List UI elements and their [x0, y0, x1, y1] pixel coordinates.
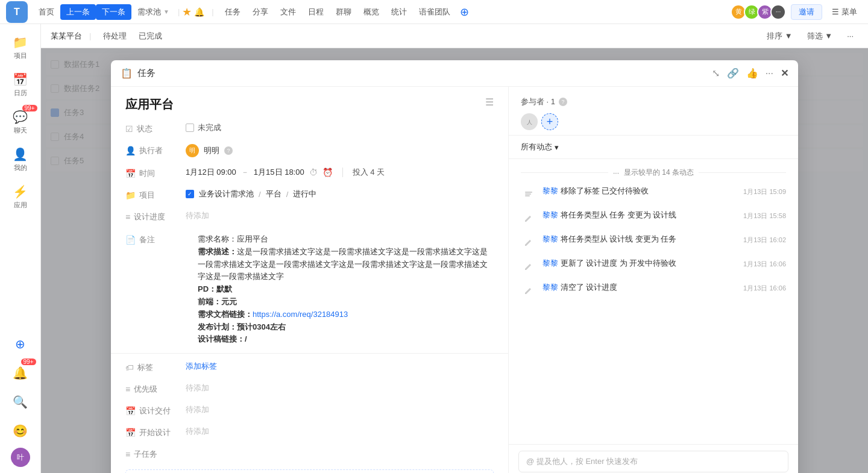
more-button[interactable]: ··· — [842, 29, 858, 43]
value-design-start[interactable]: 待添加 — [186, 426, 494, 437]
doc-link[interactable]: https://a.com/req/32184913 — [253, 310, 348, 319]
activity-content-2: 黎黎 将任务类型从 任务 变更为 设计线 — [542, 209, 737, 221]
value-priority[interactable]: 待添加 — [186, 383, 494, 393]
sidebar-item-apps[interactable]: ⚡ 应用 — [4, 180, 37, 215]
comment-input[interactable]: @ 提及他人，按 Enter 快速发布 — [518, 451, 788, 472]
label-project: 📁 项目 — [125, 189, 186, 201]
show-more-btn[interactable]: ··· 显示较早的 14 条动态 — [521, 164, 786, 181]
nav-prev[interactable]: 上一条 — [60, 4, 96, 20]
nav-overview[interactable]: 概览 — [357, 4, 385, 20]
subtask-icon: ≡ — [125, 450, 130, 459]
task-title[interactable]: 应用平台 — [125, 96, 174, 113]
activity-text-4: 黎黎 更新了 设计进度 为 开发中待验收 — [542, 257, 737, 269]
sidebar-notification[interactable]: 🔔 99+ — [4, 361, 37, 385]
value-tags[interactable]: 添加标签 — [186, 361, 494, 372]
sidebar-emoji[interactable]: 😊 — [4, 419, 37, 443]
link-icon[interactable]: 🔗 — [727, 67, 739, 79]
star-icon[interactable]: ★ — [182, 5, 192, 19]
value-design-progress[interactable]: 待添加 — [186, 210, 494, 221]
sidebar-label-chat: 聊天 — [14, 126, 27, 135]
nav-stats[interactable]: 统计 — [385, 4, 413, 20]
modal-title: 任务 — [137, 67, 156, 79]
sidebar-add[interactable]: ⊕ — [4, 332, 37, 356]
add-subtask-btn[interactable]: ＋ 添加子任务 — [125, 469, 494, 473]
activity-content-3: 黎黎 将任务类型从 设计线 变更为 任务 — [542, 233, 737, 245]
activity-filter[interactable]: 所有动态 ▾ — [521, 142, 559, 152]
clock-icon2[interactable]: ⏰ — [322, 168, 333, 177]
project-field-icon: 📁 — [125, 190, 136, 200]
activity-icon-2 — [521, 210, 536, 226]
task-icon: 📋 — [121, 67, 133, 79]
like-icon[interactable]: 👍 — [746, 67, 758, 79]
nav-home[interactable]: 首页 — [33, 4, 60, 20]
filter-button[interactable]: 筛选 ▼ — [802, 28, 837, 44]
notes-pd: PD：默默 — [198, 283, 494, 296]
add-tag-btn[interactable]: 添加标签 — [186, 362, 217, 371]
participant-avatar-1[interactable]: 人 — [521, 113, 538, 130]
top-nav: T 首页 上一条 下一条 需求池▼ | ★ 🔔 | 任务 分享 文件 日程 群聊… — [0, 0, 868, 24]
activity-content-5: 黎黎 清空了 设计进度 — [542, 281, 737, 293]
sub-nav-done[interactable]: 已完成 — [134, 28, 167, 44]
value-design-delivery[interactable]: 待添加 — [186, 404, 494, 415]
user-avatar[interactable]: 叶 — [11, 448, 30, 467]
activity-content-1: 黎黎 移除了标签 已交付待验收 — [542, 185, 737, 197]
value-notes[interactable]: 需求名称：应用平台 需求描述：这是一段需求描述文字这是一段需求描述文字这是一段需… — [186, 233, 494, 346]
nav-schedule[interactable]: 日程 — [302, 4, 330, 20]
add-icon[interactable]: ⊕ — [460, 5, 469, 19]
status-text: 未完成 — [198, 122, 221, 133]
task-modal: 📋 任务 ⤡ 🔗 👍 ··· ✕ 应用平台 ☰ — [111, 60, 798, 473]
clock-icon1[interactable]: ⏱ — [309, 168, 318, 177]
value-time[interactable]: 1月12日 09:00 － 1月15日 18:00 ⏱ ⏰ 投入 4 天 — [186, 167, 494, 178]
close-icon[interactable]: ✕ — [781, 67, 788, 79]
invite-button[interactable]: 邀请 — [791, 4, 822, 20]
sidebar-item-calendar[interactable]: 📅 日历 — [4, 67, 37, 102]
field-design-start: 📅 开始设计 待添加 — [111, 421, 508, 443]
sidebar-bottom: ⊕ 🔔 99+ 🔍 😊 叶 — [4, 332, 37, 473]
participants-help[interactable]: ? — [559, 98, 567, 106]
project-icon: 📁 — [13, 35, 28, 49]
sidebar-item-me[interactable]: 👤 我的 — [4, 142, 37, 177]
value-executor[interactable]: 明 明明 ? — [186, 144, 494, 157]
sub-nav-pending[interactable]: 待处理 — [98, 28, 131, 44]
activity-item-2: 黎黎 将任务类型从 任务 变更为 设计线 1月13日 15:58 — [521, 205, 786, 230]
help-icon[interactable]: ? — [224, 146, 233, 155]
notes-icon: 📄 — [125, 235, 136, 245]
sidebar-item-project[interactable]: 📁 项目 — [4, 30, 37, 65]
activity-text-3: 黎黎 将任务类型从 设计线 变更为 任务 — [542, 233, 737, 245]
nav-task[interactable]: 任务 — [219, 4, 247, 20]
menu-button[interactable]: ☰ 菜单 — [827, 4, 862, 20]
fullscreen-icon[interactable]: ⤡ — [712, 67, 720, 79]
activity-content-4: 黎黎 更新了 设计进度 为 开发中待验收 — [542, 257, 737, 269]
sidebar-item-chat[interactable]: 💬 聊天 99+ — [4, 105, 37, 140]
task-title-area: 应用平台 ☰ — [111, 87, 508, 117]
label-design-progress: ≡ 设计进度 — [125, 210, 186, 222]
modal-body: 应用平台 ☰ ☑ 状态 未完成 — [111, 87, 798, 473]
nav-file[interactable]: 文件 — [274, 4, 302, 20]
project-platform: 平台 — [266, 189, 281, 199]
divider-1 — [111, 353, 508, 354]
notify-icon[interactable]: 🔔 — [194, 7, 204, 17]
value-project[interactable]: ✓ 业务设计需求池 / 平台 / 进行中 — [186, 189, 494, 199]
field-time: 📅 时间 1月12日 09:00 － 1月15日 18:00 ⏱ ⏰ — [111, 162, 508, 184]
nav-group[interactable]: 群聊 — [330, 4, 357, 20]
label-subtasks: ≡ 子任务 — [125, 448, 186, 460]
more-options-icon[interactable]: ··· — [766, 68, 773, 79]
comment-placeholder: @ 提及他人，按 Enter 快速发布 — [526, 456, 638, 467]
activity-item-3: 黎黎 将任务类型从 设计线 变更为 任务 1月13日 16:02 — [521, 230, 786, 254]
status-checkbox[interactable] — [186, 124, 194, 132]
invest-days: 投入 4 天 — [353, 167, 385, 178]
nav-next[interactable]: 下一条 — [96, 4, 131, 20]
nav-yuque[interactable]: 语雀团队 — [413, 4, 456, 20]
value-status[interactable]: 未完成 — [186, 122, 494, 133]
nav-pool[interactable]: 需求池▼ — [131, 4, 175, 20]
nav-share[interactable]: 分享 — [247, 4, 274, 20]
add-participant-btn[interactable]: + — [541, 113, 558, 130]
list-icon[interactable]: ☰ — [485, 96, 494, 108]
field-status: ☑ 状态 未完成 — [111, 117, 508, 139]
sort-button[interactable]: 排序 ▼ — [762, 28, 797, 44]
activity-icon-5 — [521, 283, 536, 298]
svg-rect-3 — [525, 193, 531, 195]
activity-icon-1 — [521, 186, 536, 202]
sidebar-search[interactable]: 🔍 — [4, 390, 37, 414]
top-nav-right: 黄 绿 紫 ··· 邀请 ☰ 菜单 — [733, 4, 862, 20]
